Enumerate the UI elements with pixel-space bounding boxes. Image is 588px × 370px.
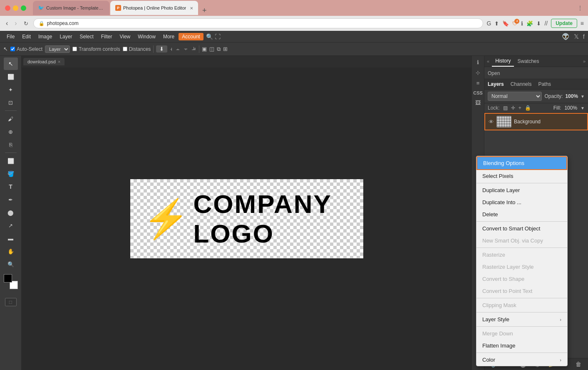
chrome-menu-icon[interactable]: ≡ (581, 20, 584, 27)
ext-icon-5[interactable]: 🧩 (526, 20, 533, 27)
layer-row-background[interactable]: 👁 Background (484, 113, 588, 130)
update-button[interactable]: Update (551, 19, 577, 28)
screen-mode-button[interactable]: ⬚ (5, 298, 17, 306)
ext-icon-7[interactable]: // (544, 20, 548, 27)
browser-tab-2[interactable]: P Photopea | Online Photo Editor × (110, 1, 198, 15)
ctx-select-pixels[interactable]: Select Pixels (476, 170, 567, 182)
document-tab-close-icon[interactable]: × (58, 59, 60, 64)
align-center-icon[interactable]: ⫠ (175, 46, 181, 52)
select-path-tool[interactable]: ↗ (4, 219, 18, 232)
align-left-icon[interactable]: ⫞ (170, 46, 173, 52)
reddit-icon[interactable]: 👽 (562, 33, 570, 40)
layers-side-icon[interactable]: ≡ (475, 78, 481, 88)
hand-tool[interactable]: ✋ (4, 245, 18, 258)
brush-tool[interactable]: 🖌 (4, 112, 18, 125)
reload-button[interactable]: ↻ (22, 20, 30, 28)
ctx-delete[interactable]: Delete (476, 208, 567, 220)
menu-account[interactable]: Account (179, 33, 203, 40)
canvas-size-icon[interactable]: ▣ (202, 46, 207, 52)
facebook-icon[interactable]: f (583, 33, 585, 40)
auto-select-checkbox[interactable]: Auto-Select (10, 46, 42, 52)
traffic-light-red[interactable] (5, 5, 10, 11)
menu-more[interactable]: More (160, 33, 178, 40)
fill-dropdown-icon[interactable]: ▼ (581, 106, 585, 110)
grid-icon[interactable]: ⊞ (223, 46, 228, 52)
distribute-icon[interactable]: ⫡ (191, 46, 196, 52)
ctx-blending-options[interactable]: Blending Options (476, 156, 567, 170)
delete-layer-icon[interactable]: 🗑 (576, 361, 581, 368)
traffic-light-yellow[interactable] (13, 5, 18, 11)
menu-file[interactable]: File (3, 33, 18, 40)
ext-icon-4[interactable]: ℹ (521, 20, 523, 27)
browser-tab-1[interactable]: 🐦 Custom Image - Templates - Polici (33, 1, 109, 15)
menu-window[interactable]: Window (134, 33, 159, 40)
dodge-tool[interactable]: ⬤ (4, 206, 18, 219)
twitter-icon[interactable]: 𝕏 (574, 33, 579, 40)
address-bar[interactable]: 🔒 photopea.com (33, 18, 484, 28)
select-rect-tool[interactable]: ⬜ (4, 70, 18, 83)
ctx-layer-style[interactable]: Layer Style › (476, 313, 567, 325)
paths-tab[interactable]: Paths (535, 79, 554, 89)
ctx-convert-smart-object[interactable]: Convert to Smart Object (476, 222, 567, 235)
blend-mode-select[interactable]: Normal (488, 92, 542, 101)
menu-icon[interactable]: ⋮ (577, 5, 583, 11)
ext-icon-6[interactable]: ⬇ (536, 20, 541, 27)
ext-icon-1[interactable]: ⬆ (494, 20, 499, 27)
lock-position-icon[interactable]: ✛ (511, 105, 515, 111)
channels-tab[interactable]: Channels (507, 79, 535, 89)
heal-tool[interactable]: ⊕ (4, 125, 18, 138)
back-button[interactable]: ‹ (4, 19, 10, 28)
fill-tool[interactable]: 🪣 (4, 168, 18, 180)
navigator-icon[interactable]: ⊹ (474, 68, 482, 78)
align-right-icon[interactable]: ⫟ (183, 46, 189, 52)
move-tool[interactable]: ↖ (4, 58, 18, 70)
menu-image[interactable]: Image (35, 33, 55, 40)
menu-layer[interactable]: Layer (56, 33, 75, 40)
lock-artboard-icon[interactable]: + (519, 105, 521, 111)
channels-side-icon[interactable]: CSS (471, 89, 484, 97)
crop-icon[interactable]: ⧉ (217, 46, 221, 52)
crop-tool[interactable]: ⊡ (4, 96, 18, 109)
fullscreen-icon[interactable]: ⛶ (215, 33, 221, 40)
ctx-duplicate-into[interactable]: Duplicate Into ... (476, 196, 567, 208)
image-side-icon[interactable]: 🖼 (474, 98, 482, 108)
document-tab[interactable]: download.psd × (23, 58, 65, 65)
menu-select[interactable]: Select (76, 33, 97, 40)
ext-icon-2[interactable]: 🔖 (502, 20, 509, 27)
info-icon[interactable]: ℹ (475, 58, 481, 67)
shape-tool[interactable]: ▬ (4, 232, 18, 245)
lock-pixels-icon[interactable]: ▨ (503, 105, 508, 111)
clone-tool[interactable]: ⎘ (4, 138, 18, 151)
search-icon[interactable]: 🔍 (206, 33, 213, 40)
menu-filter[interactable]: Filter (98, 33, 116, 40)
traffic-light-green[interactable] (21, 5, 26, 11)
google-icon[interactable]: G (486, 20, 491, 27)
ctx-flatten-image[interactable]: Flatten Image (476, 340, 567, 352)
new-tab-button[interactable]: + (199, 6, 210, 15)
lock-all-icon[interactable]: 🔒 (525, 105, 531, 111)
foreground-color-swatch[interactable] (4, 274, 12, 282)
layer-eye-icon[interactable]: 👁 (489, 119, 494, 125)
opacity-dropdown-icon[interactable]: ▼ (581, 94, 585, 99)
eraser-tool[interactable]: ⬜ (4, 155, 18, 167)
ctx-duplicate-layer[interactable]: Duplicate Layer (476, 184, 567, 196)
transform-controls-checkbox[interactable]: Transform controls (72, 46, 120, 52)
tab2-close-icon[interactable]: × (190, 5, 193, 11)
distances-checkbox[interactable]: Distances (123, 46, 151, 52)
collapse-right-icon[interactable]: » (581, 59, 588, 64)
download-icon[interactable]: ⬇ (156, 45, 167, 52)
collapse-left-icon[interactable]: « (484, 59, 492, 64)
pen-tool[interactable]: ✒ (4, 193, 18, 206)
menu-view[interactable]: View (116, 33, 134, 40)
zoom-tool[interactable]: 🔍 (4, 258, 18, 270)
layers-tab[interactable]: Layers (484, 79, 507, 89)
ext-icon-3[interactable]: 🛡4 (512, 20, 518, 27)
layer-select[interactable]: Layer (45, 45, 70, 53)
forward-button[interactable]: › (13, 19, 18, 28)
swatches-tab[interactable]: Swatches (514, 56, 542, 66)
magic-wand-tool[interactable]: ✦ (4, 83, 18, 96)
type-tool[interactable]: T (4, 180, 18, 193)
menu-edit[interactable]: Edit (19, 33, 34, 40)
ctx-color[interactable]: Color › (476, 354, 567, 366)
history-tab[interactable]: History (492, 56, 514, 67)
